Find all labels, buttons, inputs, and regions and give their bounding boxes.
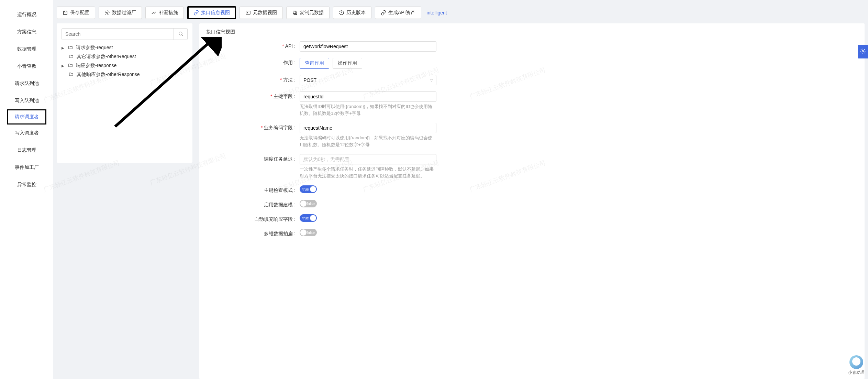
sidebar-item-overview[interactable]: 运行概况 [0,6,53,23]
search-icon [178,31,183,37]
copy-icon [292,10,298,15]
pk-check-switch[interactable]: true [300,185,317,193]
flatten-label: 多维数据拍扁 : [206,229,300,237]
switch-text: false [307,230,315,235]
save-button[interactable]: 保存配置 [57,7,95,19]
tree-item-label: 响应参数-response [76,63,116,69]
search-button[interactable] [174,29,187,40]
delay-label: 调度任务延迟 : [206,154,300,162]
folder-icon [68,72,74,78]
method-select[interactable] [300,75,436,85]
tree-item-other-response[interactable]: 其他响应参数-otherResponse [62,70,188,79]
caret-icon: ▶ [62,64,65,68]
sidebar-item-write-queue[interactable]: 写入队列池 [0,92,53,109]
pk-label: 主键字段 : [206,91,300,100]
tree-item-label: 请求参数-request [76,45,113,51]
delay-help: 一次性产生多个请求任务时，任务延迟间隔秒数，默认不延迟。如果对方平台无法接受太快… [300,166,436,179]
tree-item-other-request[interactable]: 其它请求参数-otherRequest [62,52,188,61]
sidebar-item-query[interactable]: 小青查数 [0,58,53,75]
sidebar-item-write-scheduler[interactable]: 写入调度者 [0,124,53,142]
sidebar-item-data[interactable]: 数据管理 [0,41,53,58]
tree-panel: ▶请求参数-request 其它请求参数-otherRequest ▶响应参数-… [57,23,192,163]
link-icon [193,10,199,15]
history-button[interactable]: 历史版本 [333,7,371,19]
svg-line-7 [181,34,182,35]
patch-button[interactable]: 补漏措施 [145,7,184,19]
model-switch[interactable]: false [300,200,317,207]
sidebar-item-request-scheduler[interactable]: 请求调度者 [7,109,46,124]
svg-rect-4 [294,12,297,14]
pk-check-label: 主键检查模式 : [206,185,300,194]
filter-button[interactable]: 数据过滤厂 [99,7,142,19]
tree-item-response[interactable]: ▶响应参数-response [62,61,188,70]
chart-line-icon [151,10,157,15]
delay-input[interactable] [300,154,436,164]
role-query-option[interactable]: 查询作用 [300,58,329,69]
svg-rect-1 [64,11,66,12]
svg-point-2 [107,12,108,13]
gear-icon [104,10,110,15]
tree-item-label: 其他响应参数-otherResponse [77,72,140,78]
sidebar-item-exception[interactable]: 异常监控 [0,176,53,193]
assistant-label: 小青助理 [848,370,865,376]
biz-input[interactable] [300,123,436,133]
switch-text: true [302,216,309,220]
tree-item-request[interactable]: ▶请求参数-request [62,43,188,52]
assistant-button[interactable]: 小青助理 [848,355,865,376]
switch-text: false [307,202,315,206]
api-view-button[interactable]: 接口信息视图 [187,6,236,19]
flatten-switch[interactable]: false [300,229,317,236]
svg-point-6 [179,32,182,35]
assistant-avatar-icon [849,355,863,369]
sidebar-item-plan[interactable]: 方案信息 [0,23,53,41]
terminal-icon [245,10,251,15]
folder-icon [68,63,73,69]
gear-icon [860,48,866,55]
sidebar-item-request-queue[interactable]: 请求队列池 [0,75,53,92]
sidebar-item-event-factory[interactable]: 事件加工厂 [0,159,53,176]
svg-rect-0 [64,11,67,15]
api-icon [381,10,386,15]
api-label: API : [206,41,300,49]
folder-icon [68,45,73,51]
panel-title: 接口信息视图 [206,27,858,41]
save-icon [63,10,68,15]
pk-help: 无法取得ID时可以使用{{random}}，如果找不到对应的ID也会使用随机数。… [300,103,436,117]
autofill-switch[interactable]: true [300,214,317,222]
tree-item-label: 其它请求参数-otherRequest [77,54,136,60]
intelligent-link[interactable]: intelligent [427,10,447,15]
copy-metadata-button[interactable]: 复制元数据 [286,7,330,19]
model-label: 启用数据建模 : [206,200,300,208]
api-input[interactable] [300,41,436,52]
sidebar: 运行概况 方案信息 数据管理 小青查数 请求队列池 写入队列池 请求调度者 写入… [0,0,53,379]
toolbar: 保存配置 数据过滤厂 补漏措施 接口信息视图 元数据视图 复制元数据 历史版本 … [57,6,865,19]
search-input[interactable] [62,29,174,40]
biz-help: 无法取得编码时可以使用{{random}}，如果找不到对应的编码也会使用随机数。… [300,134,436,148]
role-label: 作用 : [206,58,300,66]
history-icon [339,10,344,15]
caret-icon: ▶ [62,46,65,50]
settings-float-button[interactable] [858,45,868,58]
svg-point-9 [862,50,864,52]
autofill-label: 自动填充响应字段 : [206,214,300,223]
svg-rect-3 [246,11,250,14]
method-label: 方法 : [206,75,300,83]
biz-label: 业务编码字段 : [206,123,300,131]
folder-icon [68,54,74,60]
metadata-button[interactable]: 元数据视图 [240,7,283,19]
switch-text: true [302,187,309,191]
generate-api-button[interactable]: 生成API资产 [375,7,421,19]
pk-input[interactable] [300,91,436,102]
sidebar-item-logs[interactable]: 日志管理 [0,142,53,159]
svg-rect-5 [293,11,296,14]
role-operate-option[interactable]: 操作作用 [333,58,362,69]
form-panel: 接口信息视图 API : 作用 : 查询作用 操作作用 方法 : [199,23,865,379]
